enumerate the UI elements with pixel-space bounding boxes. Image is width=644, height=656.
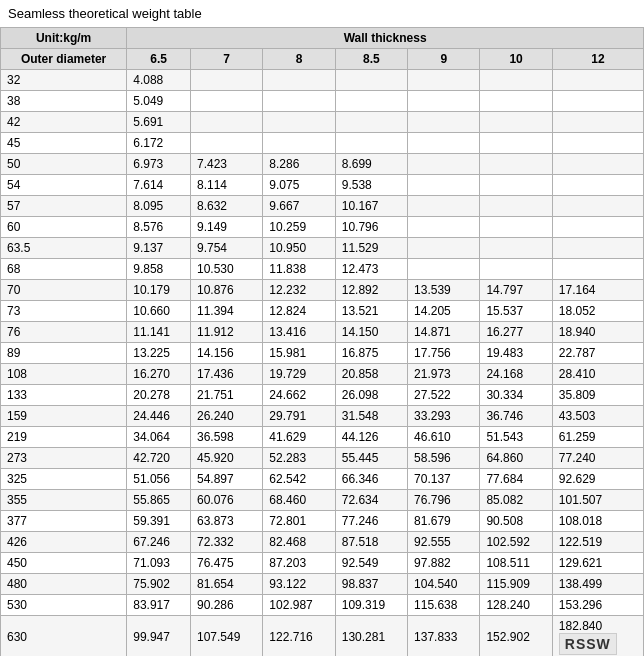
value-cell bbox=[191, 91, 263, 112]
value-cell: 16.277 bbox=[480, 322, 552, 343]
weight-table: Unit:kg/m Wall thickness Outer diameter … bbox=[0, 27, 644, 656]
value-cell: 93.122 bbox=[263, 574, 335, 595]
value-cell: 58.596 bbox=[408, 448, 480, 469]
od-cell: 630 bbox=[1, 616, 127, 657]
rssw-logo: RSSW bbox=[559, 633, 617, 655]
value-cell: 17.436 bbox=[191, 364, 263, 385]
value-cell: 77.684 bbox=[480, 469, 552, 490]
od-cell: 63.5 bbox=[1, 238, 127, 259]
od-cell: 54 bbox=[1, 175, 127, 196]
col-header-7: 7 bbox=[191, 49, 263, 70]
value-cell: 24.168 bbox=[480, 364, 552, 385]
value-cell: 115.909 bbox=[480, 574, 552, 595]
value-cell bbox=[408, 70, 480, 91]
value-cell: 108.511 bbox=[480, 553, 552, 574]
value-cell bbox=[408, 154, 480, 175]
value-cell: 17.164 bbox=[552, 280, 643, 301]
value-cell: 152.902 bbox=[480, 616, 552, 657]
value-cell: 42.720 bbox=[127, 448, 191, 469]
value-cell: 81.679 bbox=[408, 511, 480, 532]
value-cell: 9.538 bbox=[335, 175, 407, 196]
value-cell: 14.797 bbox=[480, 280, 552, 301]
value-cell bbox=[552, 91, 643, 112]
value-cell: 87.518 bbox=[335, 532, 407, 553]
table-row: 27342.72045.92052.28355.44558.59664.8607… bbox=[1, 448, 644, 469]
value-cell: 26.240 bbox=[191, 406, 263, 427]
value-cell: 18.052 bbox=[552, 301, 643, 322]
od-cell: 76 bbox=[1, 322, 127, 343]
table-row: 7010.17910.87612.23212.89213.53914.79717… bbox=[1, 280, 644, 301]
table-row: 32551.05654.89762.54266.34670.13777.6849… bbox=[1, 469, 644, 490]
value-cell: 14.150 bbox=[335, 322, 407, 343]
table-row: 21934.06436.59841.62944.12646.61051.5436… bbox=[1, 427, 644, 448]
value-cell: 75.902 bbox=[127, 574, 191, 595]
table-row: 506.9737.4238.2868.699 bbox=[1, 154, 644, 175]
value-cell bbox=[552, 154, 643, 175]
table-row: 608.5769.14910.25910.796 bbox=[1, 217, 644, 238]
value-cell: 10.179 bbox=[127, 280, 191, 301]
value-cell: 70.137 bbox=[408, 469, 480, 490]
value-cell: 20.278 bbox=[127, 385, 191, 406]
col-header-8: 8 bbox=[263, 49, 335, 70]
value-cell: 67.246 bbox=[127, 532, 191, 553]
value-cell bbox=[480, 196, 552, 217]
value-cell: 44.126 bbox=[335, 427, 407, 448]
value-cell: 8.632 bbox=[191, 196, 263, 217]
value-cell: 21.751 bbox=[191, 385, 263, 406]
value-cell: 81.654 bbox=[191, 574, 263, 595]
value-cell bbox=[335, 70, 407, 91]
col-header-65: 6.5 bbox=[127, 49, 191, 70]
table-row: 385.049 bbox=[1, 91, 644, 112]
value-cell: 10.876 bbox=[191, 280, 263, 301]
value-cell: 107.549 bbox=[191, 616, 263, 657]
value-cell: 5.049 bbox=[127, 91, 191, 112]
value-cell: 21.973 bbox=[408, 364, 480, 385]
table-row: 578.0958.6329.66710.167 bbox=[1, 196, 644, 217]
value-cell: 101.507 bbox=[552, 490, 643, 511]
value-cell bbox=[335, 112, 407, 133]
value-cell bbox=[480, 217, 552, 238]
value-cell: 13.416 bbox=[263, 322, 335, 343]
col-header-12: 12 bbox=[552, 49, 643, 70]
value-cell: 4.088 bbox=[127, 70, 191, 91]
value-cell bbox=[191, 133, 263, 154]
value-cell: 14.156 bbox=[191, 343, 263, 364]
value-cell: 87.203 bbox=[263, 553, 335, 574]
value-cell: 54.897 bbox=[191, 469, 263, 490]
table-row: 8913.22514.15615.98116.87517.75619.48322… bbox=[1, 343, 644, 364]
value-cell bbox=[480, 133, 552, 154]
od-cell: 355 bbox=[1, 490, 127, 511]
value-cell bbox=[552, 196, 643, 217]
page-title: Seamless theoretical weight table bbox=[0, 0, 644, 27]
value-cell: 14.871 bbox=[408, 322, 480, 343]
value-cell bbox=[480, 175, 552, 196]
value-cell bbox=[552, 259, 643, 280]
value-cell: 182.840RSSW bbox=[552, 616, 643, 657]
value-cell: 59.391 bbox=[127, 511, 191, 532]
od-cell: 377 bbox=[1, 511, 127, 532]
value-cell: 109.319 bbox=[335, 595, 407, 616]
value-cell: 29.791 bbox=[263, 406, 335, 427]
outer-diameter-header: Outer diameter bbox=[1, 49, 127, 70]
table-row: 48075.90281.65493.12298.837104.540115.90… bbox=[1, 574, 644, 595]
value-cell: 43.503 bbox=[552, 406, 643, 427]
value-cell bbox=[480, 259, 552, 280]
value-cell: 6.172 bbox=[127, 133, 191, 154]
od-cell: 530 bbox=[1, 595, 127, 616]
value-cell bbox=[191, 112, 263, 133]
value-cell: 36.598 bbox=[191, 427, 263, 448]
value-cell: 8.114 bbox=[191, 175, 263, 196]
od-cell: 159 bbox=[1, 406, 127, 427]
value-cell: 46.610 bbox=[408, 427, 480, 448]
value-cell bbox=[408, 217, 480, 238]
col-header-9: 9 bbox=[408, 49, 480, 70]
value-cell: 108.018 bbox=[552, 511, 643, 532]
table-row: 63099.947107.549122.716130.281137.833152… bbox=[1, 616, 644, 657]
value-cell bbox=[335, 133, 407, 154]
value-cell: 137.833 bbox=[408, 616, 480, 657]
od-cell: 426 bbox=[1, 532, 127, 553]
value-cell: 90.508 bbox=[480, 511, 552, 532]
value-cell bbox=[408, 133, 480, 154]
value-cell: 8.095 bbox=[127, 196, 191, 217]
table-row: 37759.39163.87372.80177.24681.67990.5081… bbox=[1, 511, 644, 532]
